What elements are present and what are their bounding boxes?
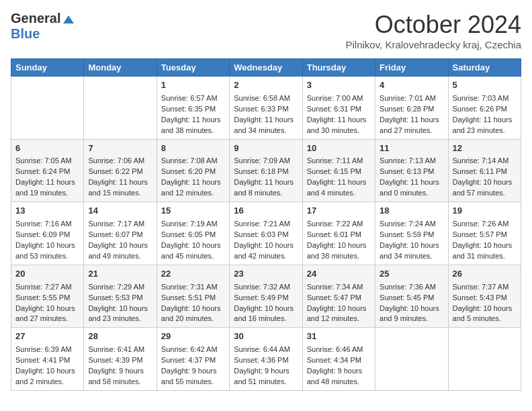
- cell-content: 1Sunrise: 6:57 AMSunset: 6:35 PMDaylight…: [161, 79, 225, 136]
- cell-line: Daylight: 10 hours and 57 minutes.: [453, 177, 517, 199]
- cell-line: Daylight: 10 hours and 53 minutes.: [15, 240, 79, 262]
- day-number: 11: [380, 142, 443, 155]
- cell-content: 24Sunrise: 7:34 AMSunset: 5:47 PMDayligh…: [307, 268, 371, 325]
- calendar-cell: 18Sunrise: 7:24 AMSunset: 5:59 PMDayligh…: [375, 202, 448, 265]
- cell-line: Sunrise: 6:41 AM: [88, 345, 152, 355]
- cell-line: Sunset: 6:13 PM: [380, 167, 443, 177]
- calendar-cell: 2Sunrise: 6:58 AMSunset: 6:33 PMDaylight…: [230, 77, 302, 140]
- cell-content: 9Sunrise: 7:09 AMSunset: 6:18 PMDaylight…: [234, 142, 298, 199]
- cell-line: Sunrise: 7:19 AM: [161, 219, 225, 230]
- calendar-cell: 8Sunrise: 7:08 AMSunset: 6:20 PMDaylight…: [157, 139, 229, 202]
- cell-line: Sunrise: 6:42 AM: [161, 345, 225, 355]
- cell-line: Sunrise: 7:17 AM: [88, 219, 152, 230]
- cell-line: Daylight: 11 hours and 4 minutes.: [307, 177, 371, 199]
- cell-line: Sunrise: 7:00 AM: [307, 93, 371, 104]
- calendar-cell: [11, 77, 84, 140]
- cell-line: Daylight: 10 hours and 45 minutes.: [161, 240, 225, 262]
- cell-line: Sunrise: 7:14 AM: [453, 156, 517, 167]
- calendar-cell: 5Sunrise: 7:03 AMSunset: 6:26 PMDaylight…: [448, 77, 521, 140]
- day-number: 17: [307, 205, 371, 218]
- cell-content: 11Sunrise: 7:13 AMSunset: 6:13 PMDayligh…: [380, 142, 443, 199]
- cell-line: Daylight: 9 hours and 51 minutes.: [234, 366, 298, 387]
- day-number: 13: [15, 205, 79, 218]
- cell-line: Sunset: 5:57 PM: [453, 230, 517, 240]
- calendar-cell: 26Sunrise: 7:37 AMSunset: 5:43 PMDayligh…: [448, 265, 521, 328]
- logo: General Blue: [11, 11, 75, 42]
- calendar-cell: 30Sunrise: 6:44 AMSunset: 4:36 PMDayligh…: [230, 328, 302, 391]
- cell-content: 10Sunrise: 7:11 AMSunset: 6:15 PMDayligh…: [307, 142, 371, 199]
- header-row: Sunday Monday Tuesday Wednesday Thursday…: [11, 59, 521, 77]
- cell-line: Daylight: 10 hours and 12 minutes.: [307, 304, 371, 325]
- day-number: 18: [380, 205, 443, 218]
- cell-line: Sunrise: 7:22 AM: [307, 219, 371, 230]
- calendar-cell: [375, 328, 448, 391]
- calendar-cell: 16Sunrise: 7:21 AMSunset: 6:03 PMDayligh…: [230, 202, 302, 265]
- cell-content: 15Sunrise: 7:19 AMSunset: 6:05 PMDayligh…: [161, 205, 225, 262]
- cell-line: Daylight: 10 hours and 49 minutes.: [88, 240, 152, 262]
- calendar-cell: 23Sunrise: 7:32 AMSunset: 5:49 PMDayligh…: [230, 265, 302, 328]
- cell-content: 26Sunrise: 7:37 AMSunset: 5:43 PMDayligh…: [453, 268, 517, 325]
- day-number: 22: [161, 268, 225, 281]
- cell-line: Sunset: 6:18 PM: [234, 167, 298, 177]
- cell-content: 16Sunrise: 7:21 AMSunset: 6:03 PMDayligh…: [234, 205, 298, 262]
- cell-line: Daylight: 10 hours and 38 minutes.: [307, 240, 371, 262]
- cell-line: Daylight: 11 hours and 8 minutes.: [234, 177, 298, 199]
- cell-line: Sunset: 5:51 PM: [161, 293, 225, 304]
- calendar-cell: 12Sunrise: 7:14 AMSunset: 6:11 PMDayligh…: [448, 139, 521, 202]
- cell-line: Sunrise: 7:37 AM: [453, 282, 517, 293]
- cell-line: Sunrise: 7:05 AM: [15, 156, 79, 167]
- calendar-cell: 25Sunrise: 7:36 AMSunset: 5:45 PMDayligh…: [375, 265, 448, 328]
- cell-line: Sunrise: 7:26 AM: [453, 219, 517, 230]
- cell-line: Daylight: 10 hours and 31 minutes.: [453, 240, 517, 262]
- cell-content: 14Sunrise: 7:17 AMSunset: 6:07 PMDayligh…: [88, 205, 152, 262]
- day-number: 10: [307, 142, 371, 155]
- day-number: 20: [15, 268, 79, 281]
- cell-line: Sunset: 6:26 PM: [453, 104, 517, 115]
- day-number: 23: [234, 268, 298, 281]
- day-number: 8: [161, 142, 225, 155]
- calendar-cell: 3Sunrise: 7:00 AMSunset: 6:31 PMDaylight…: [302, 77, 375, 140]
- week-row-4: 20Sunrise: 7:27 AMSunset: 5:55 PMDayligh…: [11, 265, 521, 328]
- calendar-cell: 19Sunrise: 7:26 AMSunset: 5:57 PMDayligh…: [448, 202, 521, 265]
- cell-content: 13Sunrise: 7:16 AMSunset: 6:09 PMDayligh…: [15, 205, 79, 262]
- week-row-2: 6Sunrise: 7:05 AMSunset: 6:24 PMDaylight…: [11, 139, 521, 202]
- cell-content: 4Sunrise: 7:01 AMSunset: 6:28 PMDaylight…: [380, 79, 443, 136]
- day-number: 15: [161, 205, 225, 218]
- day-number: 31: [307, 330, 371, 343]
- calendar-cell: 20Sunrise: 7:27 AMSunset: 5:55 PMDayligh…: [11, 265, 84, 328]
- day-number: 4: [380, 79, 443, 92]
- cell-line: Sunset: 6:15 PM: [307, 167, 371, 177]
- cell-line: Sunset: 6:03 PM: [234, 230, 298, 240]
- cell-line: Sunrise: 7:32 AM: [234, 282, 298, 293]
- logo-general-text: General: [11, 11, 60, 26]
- day-number: 19: [453, 205, 517, 218]
- day-number: 9: [234, 142, 298, 155]
- cell-line: Sunset: 6:31 PM: [307, 104, 371, 115]
- cell-line: Daylight: 11 hours and 15 minutes.: [88, 177, 152, 199]
- day-number: 14: [88, 205, 152, 218]
- cell-line: Sunset: 5:59 PM: [380, 230, 443, 240]
- calendar-cell: 29Sunrise: 6:42 AMSunset: 4:37 PMDayligh…: [157, 328, 229, 391]
- day-number: 16: [234, 205, 298, 218]
- cell-line: Daylight: 10 hours and 23 minutes.: [88, 304, 152, 325]
- day-number: 28: [88, 330, 152, 343]
- cell-content: 17Sunrise: 7:22 AMSunset: 6:01 PMDayligh…: [307, 205, 371, 262]
- cell-line: Daylight: 10 hours and 34 minutes.: [380, 240, 443, 262]
- cell-content: 30Sunrise: 6:44 AMSunset: 4:36 PMDayligh…: [234, 330, 298, 387]
- calendar-cell: 24Sunrise: 7:34 AMSunset: 5:47 PMDayligh…: [302, 265, 375, 328]
- cell-line: Daylight: 9 hours and 55 minutes.: [161, 366, 225, 387]
- day-number: 21: [88, 268, 152, 281]
- page-header: General Blue October 2024 Pilnikov, Kral…: [11, 11, 521, 50]
- day-number: 6: [15, 142, 79, 155]
- calendar-cell: 17Sunrise: 7:22 AMSunset: 6:01 PMDayligh…: [302, 202, 375, 265]
- week-row-5: 27Sunrise: 6:39 AMSunset: 4:41 PMDayligh…: [11, 328, 521, 391]
- week-row-3: 13Sunrise: 7:16 AMSunset: 6:09 PMDayligh…: [11, 202, 521, 265]
- cell-line: Sunrise: 7:31 AM: [161, 282, 225, 293]
- cell-line: Daylight: 10 hours and 16 minutes.: [234, 304, 298, 325]
- calendar-cell: 9Sunrise: 7:09 AMSunset: 6:18 PMDaylight…: [230, 139, 302, 202]
- cell-line: Sunset: 5:55 PM: [15, 293, 79, 304]
- month-title: October 2024: [346, 11, 522, 39]
- calendar-cell: 10Sunrise: 7:11 AMSunset: 6:15 PMDayligh…: [302, 139, 375, 202]
- day-number: 24: [307, 268, 371, 281]
- header-tuesday: Tuesday: [157, 59, 229, 77]
